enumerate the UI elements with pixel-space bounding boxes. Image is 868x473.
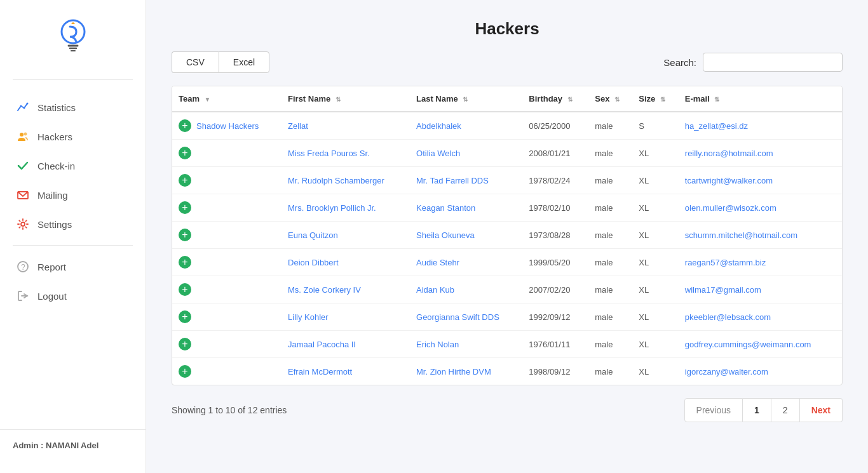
svg-point-5: [24, 107, 25, 109]
admin-area: Admin : NAMANI Adel: [0, 429, 146, 460]
excel-button[interactable]: Excel: [219, 51, 269, 73]
col-email[interactable]: E-mail ⇅: [679, 86, 842, 112]
csv-button[interactable]: CSV: [172, 51, 219, 73]
cell-size: XL: [632, 249, 678, 276]
cell-team: +: [172, 140, 281, 167]
sidebar-item-logout[interactable]: Logout: [0, 281, 146, 310]
expand-row-button[interactable]: +: [179, 283, 191, 296]
cell-email: godfrey.cummings@weimann.com: [679, 331, 842, 358]
sidebar-divider-top: [13, 79, 133, 80]
table-row: +Deion DibbertAudie Stehr1999/05/20maleX…: [172, 249, 842, 276]
admin-label: Admin : NAMANI Adel: [13, 441, 98, 450]
cell-last-name: Mr. Tad Farrell DDS: [410, 167, 522, 194]
cell-first-name: Deion Dibbert: [281, 249, 410, 276]
search-area: Search:: [663, 53, 843, 72]
prev-button[interactable]: Previous: [684, 398, 743, 422]
sort-arrow-email: ⇅: [714, 96, 719, 103]
sidebar-item-mailing-label: Mailing: [37, 190, 68, 201]
sidebar-item-settings[interactable]: Settings: [0, 210, 146, 239]
cell-first-name: Efrain McDermott: [281, 358, 410, 385]
sort-arrow-firstname: ⇅: [336, 96, 341, 103]
col-team[interactable]: Team ▼: [172, 86, 281, 112]
cell-email: wilma17@gmail.com: [679, 276, 842, 303]
cell-team: +Shadow Hackers: [172, 112, 281, 140]
sidebar-item-mailing[interactable]: Mailing: [0, 180, 146, 210]
cell-birthday: 1978/02/10: [522, 194, 588, 222]
expand-row-button[interactable]: +: [179, 256, 191, 269]
cell-team: +: [172, 249, 281, 276]
cell-birthday: 1999/05/20: [522, 249, 588, 276]
sidebar-item-settings-label: Settings: [37, 219, 72, 230]
search-input[interactable]: [703, 53, 843, 72]
cell-birthday: 1978/02/24: [522, 167, 588, 194]
cell-first-name: Miss Freda Pouros Sr.: [281, 140, 410, 167]
cell-email: reilly.nora@hotmail.com: [679, 140, 842, 167]
expand-row-button[interactable]: +: [179, 119, 191, 132]
cell-email: ha_zellat@esi.dz: [679, 112, 842, 140]
cell-last-name: Aidan Kub: [410, 276, 522, 303]
col-first-name[interactable]: First Name ⇅: [281, 86, 410, 112]
sidebar-item-statistics-label: Statistics: [37, 102, 76, 113]
app-logo: [57, 19, 89, 54]
col-birthday[interactable]: Birthday ⇅: [522, 86, 588, 112]
sidebar-item-report[interactable]: ? Report: [0, 252, 146, 281]
settings-icon: [16, 217, 30, 231]
table-row: +Lilly KohlerGeorgianna Swift DDS1992/09…: [172, 303, 842, 331]
next-button[interactable]: Next: [800, 398, 843, 422]
cell-email: igorczany@walter.com: [679, 358, 842, 385]
cell-last-name: Mr. Zion Hirthe DVM: [410, 358, 522, 385]
cell-first-name: Zellat: [281, 112, 410, 140]
logo-area: [0, 13, 146, 73]
cell-birthday: 1973/08/28: [522, 222, 588, 249]
page-title: Hackers: [172, 19, 843, 39]
col-size[interactable]: Size ⇅: [632, 86, 678, 112]
cell-birthday: 2007/02/20: [522, 276, 588, 303]
cell-size: XL: [632, 194, 678, 222]
cell-team: +: [172, 194, 281, 222]
expand-row-button[interactable]: +: [179, 147, 191, 159]
sort-arrow-lastname: ⇅: [463, 96, 468, 103]
check-icon: [16, 159, 30, 173]
cell-birthday: 06/25/2000: [522, 112, 588, 140]
cell-sex: male: [588, 331, 632, 358]
main-content: Hackers CSV Excel Search: Team ▼ First N…: [146, 0, 868, 473]
expand-row-button[interactable]: +: [179, 174, 191, 187]
expand-row-button[interactable]: +: [179, 201, 191, 214]
expand-row-button[interactable]: +: [179, 310, 191, 323]
cell-email: raegan57@stamm.biz: [679, 249, 842, 276]
sort-arrow-sex: ⇅: [614, 96, 620, 103]
cell-first-name: Euna Quitzon: [281, 222, 410, 249]
col-last-name[interactable]: Last Name ⇅: [410, 86, 522, 112]
cell-size: XL: [632, 167, 678, 194]
cell-sex: male: [588, 303, 632, 331]
cell-last-name: Abdelkhalek: [410, 112, 522, 140]
cell-team: +: [172, 222, 281, 249]
col-sex[interactable]: Sex ⇅: [588, 86, 632, 112]
table-body: +Shadow HackersZellatAbdelkhalek06/25/20…: [172, 112, 842, 385]
cell-birthday: 2008/01/21: [522, 140, 588, 167]
cell-email: pkeebler@lebsack.com: [679, 303, 842, 331]
expand-row-button[interactable]: +: [179, 365, 191, 378]
cell-birthday: 1992/09/12: [522, 303, 588, 331]
expand-row-button[interactable]: +: [179, 338, 191, 350]
data-table-wrapper: Team ▼ First Name ⇅ Last Name ⇅ Birthday…: [172, 86, 843, 385]
cell-first-name: Lilly Kohler: [281, 303, 410, 331]
sidebar-item-hackers[interactable]: Hackers: [0, 122, 146, 151]
cell-first-name: Mrs. Brooklyn Pollich Jr.: [281, 194, 410, 222]
page-2-button[interactable]: 2: [771, 398, 800, 422]
pagination: Previous 1 2 Next: [684, 398, 843, 422]
cell-last-name: Audie Stehr: [410, 249, 522, 276]
sidebar-item-checkin[interactable]: Check-in: [0, 151, 146, 180]
sidebar-item-statistics[interactable]: Statistics: [0, 93, 146, 122]
cell-size: XL: [632, 140, 678, 167]
showing-text: Showing 1 to 10 of 12 entries: [172, 405, 287, 415]
sidebar-item-checkin-label: Check-in: [37, 161, 75, 171]
sort-arrow-birthday: ⇅: [567, 96, 573, 103]
table-row: +Ms. Zoie Corkery IVAidan Kub2007/02/20m…: [172, 276, 842, 303]
table-row: +Efrain McDermottMr. Zion Hirthe DVM1998…: [172, 358, 842, 385]
page-1-button[interactable]: 1: [743, 398, 771, 422]
users-icon: [16, 130, 30, 143]
cell-first-name: Mr. Rudolph Schamberger: [281, 167, 410, 194]
table-row: +Euna QuitzonSheila Okuneva1973/08/28mal…: [172, 222, 842, 249]
expand-row-button[interactable]: +: [179, 229, 191, 241]
